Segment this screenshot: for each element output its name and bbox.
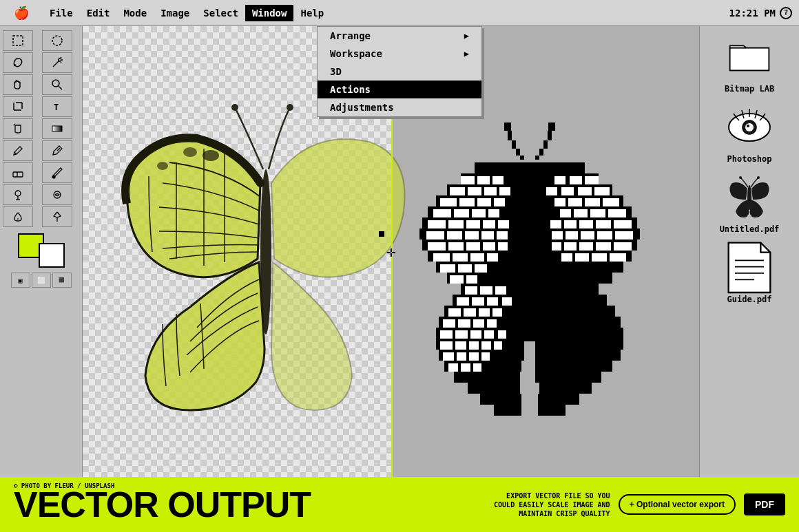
tool-mode2[interactable]: ⬜ xyxy=(32,273,51,288)
dropdown-workspace[interactable]: Workspace ▶ xyxy=(318,45,481,63)
tool-eyedropper[interactable] xyxy=(42,140,72,161)
tool-zoom[interactable] xyxy=(42,74,72,95)
untitled-pdf-label: Untitled.pdf xyxy=(720,224,780,234)
svg-rect-120 xyxy=(440,330,453,339)
svg-rect-159 xyxy=(608,209,626,217)
svg-rect-157 xyxy=(568,198,582,206)
svg-rect-118 xyxy=(473,319,484,328)
color-swatches xyxy=(18,233,65,268)
photoshop-label: Photoshop xyxy=(727,154,771,164)
background-color[interactable] xyxy=(39,243,65,268)
menu-select[interactable]: Select xyxy=(196,5,245,21)
pdf-button[interactable]: PDF xyxy=(744,493,785,515)
svg-rect-167 xyxy=(550,220,561,228)
menu-edit[interactable]: Edit xyxy=(80,5,117,21)
sidebar-icon-untitled-pdf[interactable]: Untitled.pdf xyxy=(720,173,780,234)
tool-mode1[interactable]: ▣ xyxy=(11,273,30,288)
svg-rect-39 xyxy=(539,149,543,156)
tool-gradient[interactable] xyxy=(42,118,72,139)
svg-rect-61 xyxy=(440,198,457,206)
svg-rect-107 xyxy=(495,286,506,295)
svg-rect-171 xyxy=(565,231,578,240)
tool-marquee-ellipse[interactable] xyxy=(42,30,72,51)
tool-eraser[interactable] xyxy=(3,162,33,183)
svg-rect-127 xyxy=(469,341,479,350)
tool-hand[interactable] xyxy=(3,74,33,95)
svg-rect-79 xyxy=(428,242,446,251)
svg-rect-73 xyxy=(498,220,509,228)
svg-rect-43 xyxy=(475,162,524,173)
sidebar-icon-bitmap-lab[interactable]: Bitmap LAB xyxy=(725,33,774,94)
tool-lasso[interactable] xyxy=(3,52,33,73)
tool-paint-bucket[interactable] xyxy=(3,118,33,139)
svg-rect-147 xyxy=(535,273,612,284)
svg-point-31 xyxy=(157,162,168,170)
svg-rect-172 xyxy=(552,231,563,240)
svg-rect-114 xyxy=(479,308,490,317)
tool-crop[interactable] xyxy=(3,96,33,117)
menu-help[interactable]: Help xyxy=(293,5,331,21)
tool-pencil[interactable] xyxy=(3,140,33,161)
svg-line-17 xyxy=(57,148,60,151)
svg-rect-132 xyxy=(469,352,479,361)
tool-dropper2[interactable] xyxy=(3,206,33,227)
dropdown-arrange[interactable]: Arrange ▶ xyxy=(318,27,481,45)
menu-image[interactable]: Image xyxy=(154,5,196,21)
svg-point-21 xyxy=(15,191,21,196)
svg-rect-88 xyxy=(440,264,455,273)
svg-text:T: T xyxy=(54,103,59,112)
svg-rect-85 xyxy=(453,253,468,262)
dropdown-actions[interactable]: Actions xyxy=(318,81,481,98)
svg-point-20 xyxy=(52,175,55,178)
svg-rect-152 xyxy=(578,187,592,195)
photoshop-icon xyxy=(725,103,774,151)
tool-text[interactable]: T xyxy=(42,96,72,117)
dropdown-adjustments[interactable]: Adjustments xyxy=(318,98,481,116)
svg-rect-153 xyxy=(561,187,574,195)
vector-export-button[interactable]: + Optional vector export xyxy=(619,494,736,515)
arrow-icon: ▶ xyxy=(464,49,469,58)
tool-pen[interactable] xyxy=(42,206,72,227)
svg-rect-56 xyxy=(492,176,504,184)
sidebar-icon-photoshop[interactable]: Photoshop xyxy=(725,103,774,164)
svg-rect-111 xyxy=(502,297,512,306)
dropdown-3d[interactable]: 3D xyxy=(318,63,481,81)
tool-wand[interactable] xyxy=(42,52,72,73)
svg-rect-151 xyxy=(594,187,610,195)
svg-rect-66 xyxy=(454,209,469,217)
svg-rect-170 xyxy=(581,231,594,240)
svg-rect-105 xyxy=(465,286,477,295)
svg-rect-15 xyxy=(52,126,62,131)
tool-smudge[interactable] xyxy=(42,184,72,205)
svg-rect-162 xyxy=(560,209,571,217)
window-menu-dropdown: Arrange ▶ Workspace ▶ 3D Actions Adjustm… xyxy=(317,26,482,117)
menu-window[interactable]: Window xyxy=(245,5,294,21)
svg-rect-161 xyxy=(574,209,588,217)
tool-mode3[interactable]: ⬛ xyxy=(52,273,72,288)
svg-line-4 xyxy=(61,57,61,58)
svg-rect-190 xyxy=(535,372,601,383)
menu-file[interactable]: File xyxy=(43,5,80,21)
svg-rect-180 xyxy=(575,253,589,262)
apple-menu[interactable]: 🍎 xyxy=(7,3,36,23)
svg-rect-80 xyxy=(448,242,464,251)
menu-mode[interactable]: Mode xyxy=(116,5,154,21)
clock: 12:21 PM xyxy=(729,8,776,19)
svg-rect-55 xyxy=(477,176,490,184)
tool-brush[interactable] xyxy=(42,162,72,183)
svg-rect-128 xyxy=(481,341,491,350)
svg-rect-112 xyxy=(448,308,461,317)
svg-rect-177 xyxy=(552,242,561,251)
sidebar-icon-guide-pdf[interactable]: Guide.pdf xyxy=(725,244,774,304)
svg-rect-86 xyxy=(470,253,484,262)
tool-dodge[interactable] xyxy=(3,184,33,205)
svg-rect-106 xyxy=(480,286,492,295)
svg-rect-35 xyxy=(512,140,516,149)
svg-rect-122 xyxy=(470,330,481,339)
svg-rect-40 xyxy=(543,140,548,149)
svg-rect-75 xyxy=(447,231,462,240)
svg-rect-178 xyxy=(610,253,626,262)
help-icon[interactable]: ? xyxy=(780,7,792,19)
svg-rect-182 xyxy=(535,284,599,295)
tool-marquee-rect[interactable] xyxy=(3,30,33,51)
